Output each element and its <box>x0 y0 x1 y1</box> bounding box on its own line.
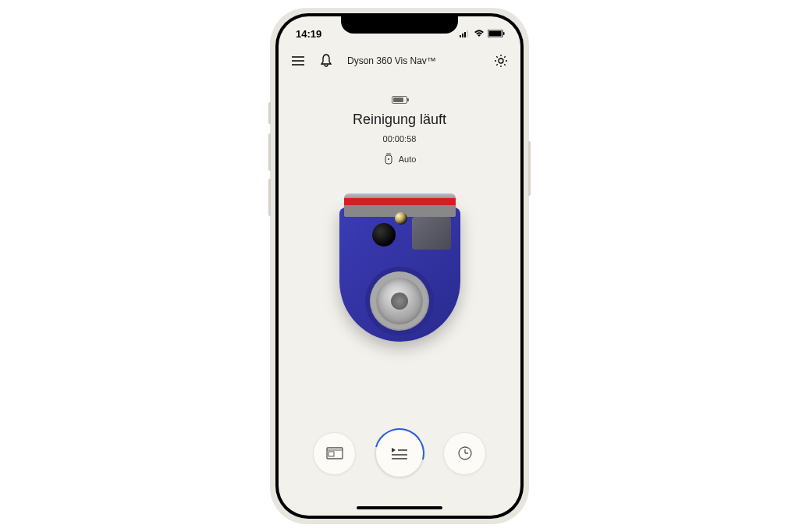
map-icon <box>326 447 343 459</box>
cleaning-mode[interactable]: Auto <box>383 153 417 165</box>
schedule-button[interactable] <box>443 432 486 475</box>
svg-marker-16 <box>392 448 396 452</box>
phone-mute-switch <box>268 102 271 124</box>
phone-power-button <box>528 141 531 196</box>
map-button[interactable] <box>313 432 356 475</box>
phone-bezel: 14:19 <box>275 13 524 519</box>
phone-volume-up <box>268 133 271 171</box>
cleaning-status-title: Reinigung läuft <box>353 112 446 128</box>
menu-icon[interactable] <box>291 54 305 68</box>
cleaning-timer: 00:00:58 <box>383 134 417 144</box>
header-left: Dyson 360 Vis Nav™ <box>291 54 436 68</box>
phone-volume-down <box>268 179 271 216</box>
app-header: Dyson 360 Vis Nav™ <box>279 44 520 77</box>
bell-icon[interactable] <box>319 54 333 68</box>
svg-rect-3 <box>467 30 468 37</box>
svg-rect-13 <box>327 448 343 459</box>
status-time: 14:19 <box>296 28 321 40</box>
svg-rect-6 <box>503 32 505 35</box>
svg-point-10 <box>499 59 503 63</box>
svg-rect-14 <box>328 452 334 456</box>
phone-notch <box>341 13 458 34</box>
cleaning-mode-label: Auto <box>399 154 417 164</box>
svg-rect-5 <box>489 31 502 37</box>
auto-mode-icon <box>383 153 394 165</box>
app-screen: 14:19 <box>279 16 520 516</box>
svg-rect-2 <box>464 32 466 37</box>
battery-status-icon <box>488 30 505 37</box>
clock-icon <box>457 445 473 461</box>
queue-icon <box>391 447 408 459</box>
status-section: Reinigung läuft 00:00:58 Auto <box>279 77 520 165</box>
svg-point-12 <box>388 158 389 160</box>
svg-rect-1 <box>462 34 463 37</box>
cellular-signal-icon <box>460 30 471 37</box>
wifi-icon <box>474 30 485 37</box>
device-name[interactable]: Dyson 360 Vis Nav™ <box>347 55 436 66</box>
play-queue-button[interactable] <box>375 428 424 478</box>
gear-icon[interactable] <box>494 54 508 68</box>
status-indicators <box>460 30 505 37</box>
svg-rect-0 <box>460 35 461 37</box>
home-indicator[interactable] <box>357 506 442 509</box>
bottom-controls <box>279 428 520 478</box>
robot-visualization <box>279 193 520 342</box>
phone-frame: 14:19 <box>271 9 528 523</box>
robot-image <box>339 193 460 342</box>
device-battery-icon <box>392 96 407 104</box>
